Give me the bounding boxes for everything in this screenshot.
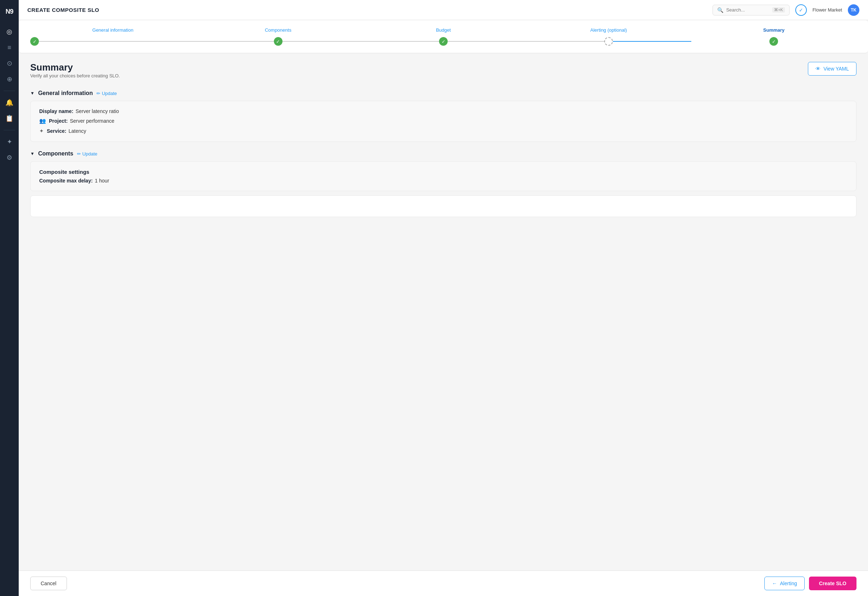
composite-max-delay-row: Composite max delay: 1 hour bbox=[39, 178, 847, 184]
pencil-icon: ✏ bbox=[96, 91, 100, 96]
components-header: ▼ Components ✏ Update bbox=[30, 150, 856, 157]
sidebar-item-home[interactable]: ◎ bbox=[2, 25, 16, 39]
service-icon: ✦ bbox=[39, 128, 44, 134]
sidebar-item-list[interactable]: ≡ bbox=[2, 40, 16, 55]
step-label-budget: Budget bbox=[436, 27, 450, 33]
display-name-row: Display name: Server latency ratio bbox=[39, 108, 847, 114]
step-label-summary: Summary bbox=[763, 27, 784, 33]
step-line-4b bbox=[613, 41, 691, 42]
step-summary: Summary ✓ bbox=[691, 27, 856, 46]
service-label: Service: bbox=[47, 128, 66, 134]
step-label-alerting: Alerting (optional) bbox=[590, 27, 627, 33]
general-info-card: Display name: Server latency ratio 👥 Pro… bbox=[30, 101, 856, 142]
step-circle-components: ✓ bbox=[274, 37, 282, 46]
service-row: ✦ Service: Latency bbox=[39, 128, 847, 134]
step-budget: Budget ✓ bbox=[360, 27, 526, 46]
step-components: Components ✓ bbox=[195, 27, 360, 46]
bottom-bar: Cancel ← Alerting Create SLO bbox=[19, 571, 868, 596]
sidebar: N9 ◎ ≡ ⊙ ⊕ 🔔 📋 ✦ ⚙ bbox=[0, 0, 19, 596]
app-logo: N9 bbox=[2, 4, 16, 19]
display-name-value: Server latency ratio bbox=[75, 108, 119, 114]
step-circle-alerting bbox=[604, 37, 613, 46]
org-name: Flower Market bbox=[813, 7, 842, 13]
sidebar-divider bbox=[4, 91, 15, 91]
topnav: CREATE COMPOSITE SLO 🔍 ⌘+K ✓ Flower Mark… bbox=[19, 0, 868, 20]
create-slo-button[interactable]: Create SLO bbox=[809, 577, 856, 590]
components-card: Composite settings Composite max delay: … bbox=[30, 161, 856, 191]
composite-settings-title: Composite settings bbox=[39, 169, 847, 175]
page-header: Summary Verify all your choices before c… bbox=[30, 62, 856, 87]
step-circle-general: ✓ bbox=[30, 37, 39, 46]
view-yaml-button[interactable]: 👁 View YAML bbox=[808, 62, 856, 75]
display-name-label: Display name: bbox=[39, 108, 74, 114]
step-label-components: Components bbox=[265, 27, 291, 33]
content-area: General information ✓ Components ✓ Budge… bbox=[19, 20, 868, 571]
step-circle-summary: ✓ bbox=[769, 37, 778, 46]
step-line-1 bbox=[39, 41, 195, 42]
project-label: Project: bbox=[49, 118, 68, 124]
back-alerting-button[interactable]: ← Alerting bbox=[765, 577, 804, 590]
components-title: Components bbox=[38, 150, 74, 157]
back-alerting-label: Alerting bbox=[780, 581, 797, 586]
composite-max-delay-value: 1 hour bbox=[95, 178, 109, 184]
stepper: General information ✓ Components ✓ Budge… bbox=[19, 20, 868, 53]
eye-icon: 👁 bbox=[815, 66, 821, 72]
step-alerting: Alerting (optional) bbox=[526, 27, 691, 46]
chevron-down-icon: ▼ bbox=[30, 91, 34, 96]
sidebar-item-settings[interactable]: ⚙ bbox=[2, 150, 16, 165]
step-general-info: General information ✓ bbox=[30, 27, 195, 46]
search-shortcut: ⌘+K bbox=[772, 7, 785, 13]
main-wrap: CREATE COMPOSITE SLO 🔍 ⌘+K ✓ Flower Mark… bbox=[19, 0, 868, 596]
components-update-link[interactable]: ✏ Update bbox=[77, 151, 97, 156]
right-buttons: ← Alerting Create SLO bbox=[765, 577, 856, 590]
general-info-section: ▼ General information ✏ Update Display n… bbox=[30, 90, 856, 142]
step-label-general: General information bbox=[93, 27, 133, 33]
project-icon: 👥 bbox=[39, 118, 46, 124]
status-check-icon[interactable]: ✓ bbox=[795, 4, 807, 16]
sidebar-divider-2 bbox=[4, 130, 15, 130]
project-value: Server performance bbox=[70, 118, 114, 124]
step-circle-budget: ✓ bbox=[439, 37, 448, 46]
general-info-header: ▼ General information ✏ Update bbox=[30, 90, 856, 96]
step-line-2b bbox=[282, 41, 361, 42]
sidebar-item-alerts[interactable]: 🔔 bbox=[2, 95, 16, 110]
chevron-down-icon-2: ▼ bbox=[30, 151, 34, 156]
composite-max-delay-label: Composite max delay: bbox=[39, 178, 93, 184]
components-update-label: Update bbox=[83, 151, 97, 156]
step-line-3b bbox=[448, 41, 526, 42]
sidebar-item-dashboard[interactable]: ⊙ bbox=[2, 56, 16, 71]
cancel-button[interactable]: Cancel bbox=[30, 577, 67, 590]
pencil-icon-2: ✏ bbox=[77, 151, 81, 156]
search-icon: 🔍 bbox=[717, 7, 723, 13]
service-value: Latency bbox=[68, 128, 86, 134]
summary-subtitle: Verify all your choices before creating … bbox=[30, 73, 120, 78]
avatar[interactable]: TK bbox=[848, 4, 859, 16]
summary-title: Summary bbox=[30, 62, 120, 73]
search-box[interactable]: 🔍 ⌘+K bbox=[713, 5, 790, 15]
general-info-update-link[interactable]: ✏ Update bbox=[96, 91, 117, 96]
sidebar-item-search[interactable]: ⊕ bbox=[2, 72, 16, 86]
sidebar-item-integrations[interactable]: ✦ bbox=[2, 134, 16, 149]
step-line-3a bbox=[360, 41, 439, 42]
components-section: ▼ Components ✏ Update Composite settings… bbox=[30, 150, 856, 217]
back-arrow-icon: ← bbox=[772, 581, 777, 586]
components-empty-card bbox=[30, 195, 856, 217]
step-line-4a bbox=[526, 41, 605, 42]
view-yaml-label: View YAML bbox=[824, 66, 849, 72]
search-input[interactable] bbox=[726, 7, 769, 13]
page-title: CREATE COMPOSITE SLO bbox=[27, 7, 707, 13]
step-line-2a bbox=[195, 41, 274, 42]
sidebar-item-reports[interactable]: 📋 bbox=[2, 111, 16, 125]
update-label: Update bbox=[102, 91, 117, 96]
general-info-title: General information bbox=[38, 90, 93, 96]
project-row: 👥 Project: Server performance bbox=[39, 118, 847, 124]
